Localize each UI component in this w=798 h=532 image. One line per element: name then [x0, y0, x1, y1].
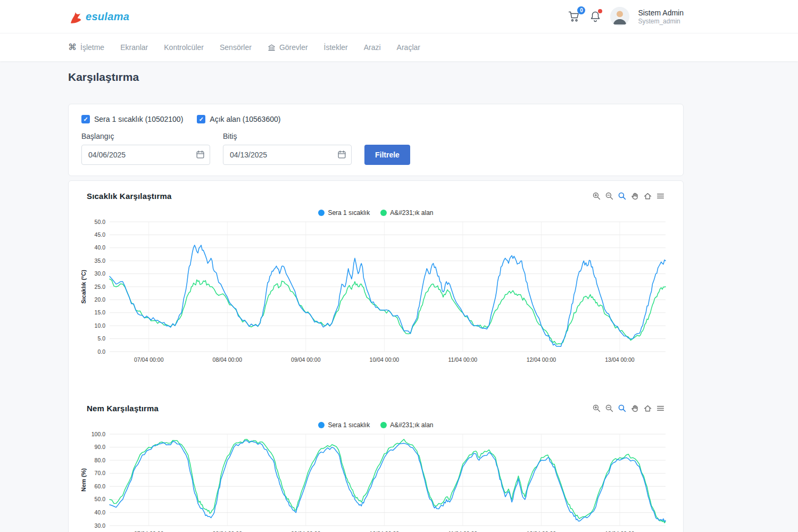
- start-date-label: Başlangıç: [81, 132, 210, 140]
- legend-item[interactable]: Sera 1 sıcaklık: [318, 421, 370, 429]
- menu-icon[interactable]: [656, 404, 665, 413]
- tasks-icon: [268, 44, 276, 52]
- logo-horse-icon: [68, 9, 84, 24]
- svg-text:50.0: 50.0: [95, 496, 106, 502]
- cart-button[interactable]: 0: [568, 10, 580, 23]
- zoom-in-icon[interactable]: [592, 192, 601, 201]
- legend-dot: [318, 422, 325, 428]
- svg-text:Nem (%): Nem (%): [80, 468, 87, 492]
- svg-text:12/04 00:00: 12/04 00:00: [527, 356, 556, 363]
- legend-item[interactable]: Sera 1 sıcaklık: [318, 209, 370, 217]
- nav-item-label: Araçlar: [397, 43, 420, 52]
- legend-dot: [380, 210, 387, 216]
- svg-text:20.0: 20.0: [95, 296, 106, 303]
- notifications-button[interactable]: [589, 10, 602, 23]
- nav-item-kontrolculer[interactable]: Kontrolcüler: [164, 43, 204, 52]
- end-date-input[interactable]: [223, 145, 352, 165]
- svg-text:35.0: 35.0: [95, 257, 106, 264]
- sensor-checkbox-1[interactable]: ✓Açık alan (10563600): [197, 115, 280, 123]
- end-date-group: Bitiş: [223, 132, 352, 165]
- svg-text:10.0: 10.0: [95, 322, 106, 329]
- user-name: Sistem Admin: [638, 9, 684, 17]
- command-icon: ⌘: [68, 43, 77, 52]
- zoom-icon[interactable]: [618, 404, 627, 413]
- humidity-chart-section: Nem Karşılaştırma Sera 1 sıcaklıkA&#231;…: [79, 404, 672, 532]
- svg-text:13/04 00:00: 13/04 00:00: [605, 356, 635, 363]
- logo[interactable]: esulama: [68, 9, 129, 24]
- pan-icon[interactable]: [630, 192, 639, 201]
- svg-text:5.0: 5.0: [97, 335, 105, 342]
- pan-icon[interactable]: [630, 404, 639, 413]
- user-handle: System_admin: [638, 18, 684, 25]
- nav-item-ekranlar[interactable]: Ekranlar: [120, 43, 148, 52]
- avatar[interactable]: [610, 7, 629, 26]
- nav-item-sensorler[interactable]: Sensörler: [220, 43, 252, 52]
- svg-text:15.0: 15.0: [95, 309, 106, 315]
- svg-text:40.0: 40.0: [95, 509, 106, 516]
- start-date-group: Başlangıç: [81, 132, 210, 165]
- header-actions: 0 Sistem Admin System_admin: [568, 7, 684, 26]
- legend-label: A&#231;ık alan: [390, 421, 433, 429]
- zoom-in-icon[interactable]: [592, 404, 601, 413]
- nav-item-araclar[interactable]: Araçlar: [397, 43, 420, 52]
- legend-label: Sera 1 sıcaklık: [328, 209, 370, 217]
- top-header: esulama 0 Sistem Admin System_admin: [0, 0, 798, 33]
- temperature-chart-plot[interactable]: 07/04 00:0008/04 00:0009/04 00:0010/04 0…: [79, 219, 674, 370]
- temperature-chart-section: Sıcaklık Karşılaştırma Sera 1 sıcaklıkA&…: [79, 192, 672, 370]
- nav-item-gorevler[interactable]: Görevler: [268, 43, 308, 52]
- svg-text:11/04 00:00: 11/04 00:00: [448, 356, 478, 363]
- nav-item-istekler[interactable]: İstekler: [324, 43, 348, 52]
- nav-item-isletme[interactable]: ⌘İşletme: [68, 43, 104, 52]
- nav-item-label: Sensörler: [220, 43, 252, 52]
- nav-item-label: Ekranlar: [120, 43, 148, 52]
- legend-label: Sera 1 sıcaklık: [328, 421, 370, 429]
- nav-item-label: İşletme: [80, 43, 104, 52]
- menu-icon[interactable]: [656, 192, 665, 201]
- checkbox-label: Sera 1 sıcaklık (10502100): [94, 115, 183, 123]
- page-content: Karşılaştırma ✓Sera 1 sıcaklık (10502100…: [0, 61, 798, 532]
- zoom-out-icon[interactable]: [605, 192, 614, 201]
- checkbox-label: Açık alan (10563600): [210, 115, 280, 123]
- home-icon[interactable]: [643, 404, 652, 413]
- user-menu[interactable]: Sistem Admin System_admin: [638, 9, 684, 25]
- svg-text:09/04 00:00: 09/04 00:00: [291, 356, 321, 363]
- avatar-image: [610, 7, 629, 26]
- checkbox-checked-icon: ✓: [81, 115, 90, 123]
- page-title: Karşılaştırma: [68, 71, 684, 84]
- chart-toolbar: [592, 192, 665, 201]
- humidity-chart-title: Nem Karşılaştırma: [87, 404, 159, 413]
- legend-item[interactable]: A&#231;ık alan: [380, 209, 433, 217]
- zoom-out-icon[interactable]: [605, 404, 614, 413]
- svg-text:90.0: 90.0: [95, 444, 106, 450]
- chart-legend: Sera 1 sıcaklıkA&#231;ık alan: [79, 421, 672, 429]
- zoom-icon[interactable]: [618, 192, 627, 201]
- svg-text:25.0: 25.0: [95, 284, 106, 290]
- sensor-checkbox-0[interactable]: ✓Sera 1 sıcaklık (10502100): [81, 115, 183, 123]
- nav-item-label: İstekler: [324, 43, 348, 52]
- nav-item-arazi[interactable]: Arazi: [364, 43, 381, 52]
- main-nav: ⌘İşletmeEkranlarKontrolcülerSensörlerGör…: [0, 33, 798, 61]
- end-date-label: Bitiş: [223, 132, 352, 140]
- home-icon[interactable]: [643, 192, 652, 201]
- legend-label: A&#231;ık alan: [390, 209, 433, 217]
- filter-button[interactable]: Filtrele: [364, 145, 410, 165]
- charts-card: Sıcaklık Karşılaştırma Sera 1 sıcaklıkA&…: [68, 180, 684, 532]
- svg-text:30.0: 30.0: [95, 270, 106, 277]
- nav-item-label: Kontrolcüler: [164, 43, 204, 52]
- calendar-icon[interactable]: [337, 150, 346, 159]
- svg-text:Sıcaklık (°C): Sıcaklık (°C): [80, 270, 87, 304]
- legend-dot: [380, 422, 387, 428]
- start-date-input[interactable]: [81, 145, 210, 165]
- svg-text:70.0: 70.0: [95, 470, 106, 476]
- svg-text:45.0: 45.0: [95, 231, 106, 238]
- legend-dot: [318, 210, 325, 216]
- logo-text: esulama: [86, 11, 129, 23]
- calendar-icon[interactable]: [196, 150, 205, 159]
- svg-text:10/04 00:00: 10/04 00:00: [370, 356, 400, 363]
- legend-item[interactable]: A&#231;ık alan: [380, 421, 433, 429]
- svg-text:0.0: 0.0: [97, 348, 105, 355]
- svg-text:60.0: 60.0: [95, 483, 106, 489]
- nav-item-label: Görevler: [279, 43, 308, 52]
- svg-text:80.0: 80.0: [95, 457, 106, 463]
- humidity-chart-plot[interactable]: 07/04 00:0008/04 00:0009/04 00:0010/04 0…: [79, 431, 674, 532]
